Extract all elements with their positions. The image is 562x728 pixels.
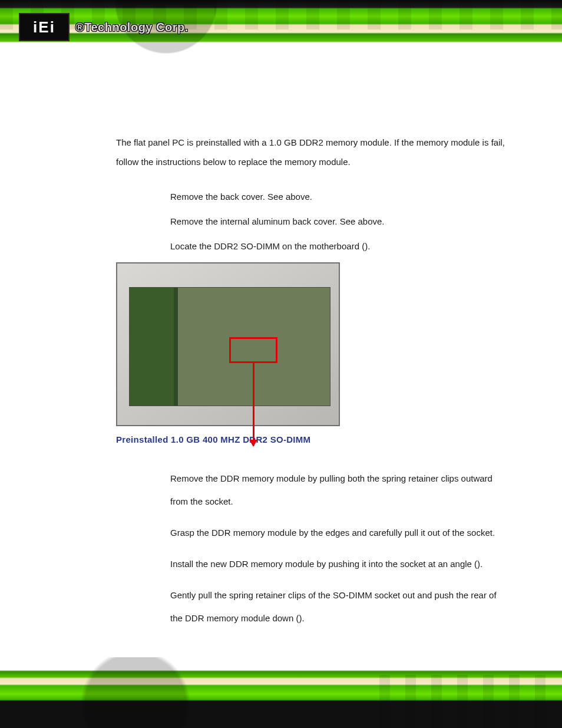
motherboard-photo — [116, 262, 340, 426]
step-item: Locate the DDR2 SO-DIMM on the motherboa… — [170, 238, 505, 255]
step-item: Remove the back cover. See above. — [170, 188, 505, 206]
step-item: Gently pull the spring retainer clips of… — [170, 584, 505, 630]
callout-arrow-icon — [253, 363, 254, 446]
step-text-post: ). — [365, 241, 370, 251]
dimm-highlight-box — [229, 337, 277, 363]
bottom-banner — [0, 657, 562, 728]
steps-before-figure: Remove the back cover. See above. Remove… — [116, 188, 505, 255]
steps-after-figure: Remove the DDR memory module by pulling … — [116, 467, 505, 630]
step-item: Install the new DDR memory module by pus… — [170, 552, 505, 575]
intro-paragraph: The flat panel PC is preinstalled with a… — [116, 133, 505, 172]
step-text-pre: Remove the back cover. See — [170, 192, 286, 202]
step-item: Grasp the DDR memory module by the edges… — [170, 521, 505, 544]
step-text-post: above. — [358, 216, 385, 226]
step-text-post: above. — [286, 192, 312, 202]
figure-caption: Preinstalled 1.0 GB 400 MHZ DDR2 SO-DIMM — [116, 430, 505, 449]
step-text-pre: Gently pull the spring retainer clips of… — [170, 590, 497, 623]
figure: Preinstalled 1.0 GB 400 MHZ DDR2 SO-DIMM — [116, 262, 505, 449]
logo-mark: iEi — [19, 13, 70, 41]
step-item: Remove the internal aluminum back cover.… — [170, 213, 505, 230]
page-content: The flat panel PC is preinstalled with a… — [116, 133, 505, 638]
step-text-pre: Remove the internal aluminum back cover.… — [170, 216, 358, 226]
logo-text: ®Technology Corp. — [75, 21, 189, 34]
step-text-post: ). — [477, 559, 482, 569]
brand-logo: iEi ®Technology Corp. — [19, 13, 189, 41]
step-text-pre: Install the new DDR memory module by pus… — [170, 559, 477, 569]
step-text-post: ). — [299, 613, 304, 623]
top-banner: iEi ®Technology Corp. — [0, 0, 562, 74]
step-item: Remove the DDR memory module by pulling … — [170, 467, 505, 513]
step-text-pre: Locate the DDR2 SO-DIMM on the motherboa… — [170, 241, 365, 251]
